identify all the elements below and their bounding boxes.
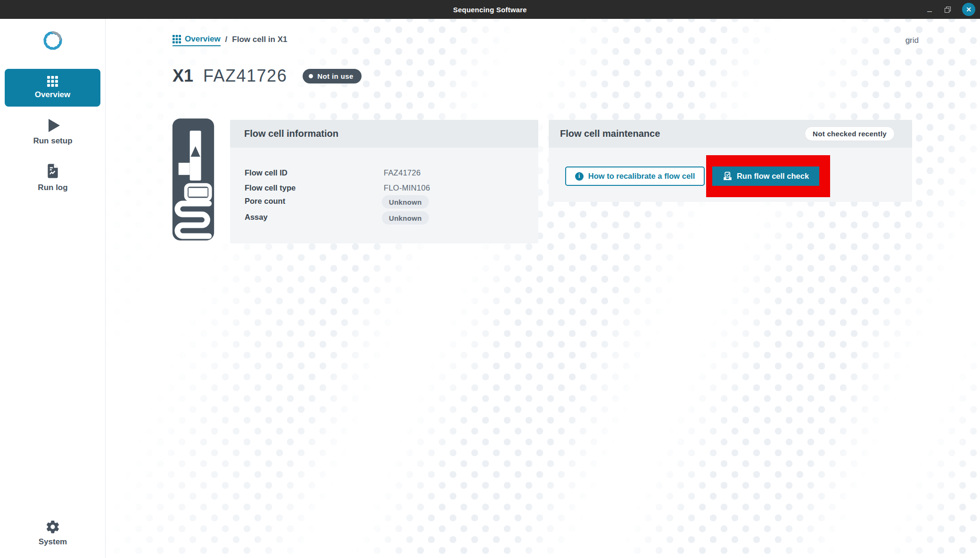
check-status-badge: Not checked recently — [805, 126, 895, 141]
sidebar-item-label: Overview — [35, 90, 71, 100]
page-header: X1 FAZ41726 Not in use — [173, 66, 362, 86]
position-label: X1 — [173, 66, 193, 86]
sidebar-item-label: System — [39, 537, 67, 547]
breadcrumb-root-label: Overview — [185, 34, 221, 44]
close-button[interactable]: ✕ — [962, 3, 975, 16]
grid-icon — [47, 76, 58, 87]
panel-title: Flow cell maintenance — [560, 128, 660, 139]
panel-header: Flow cell maintenance Not checked recent… — [549, 120, 912, 148]
info-row: Assay Unknown — [230, 211, 538, 225]
breadcrumb-separator: / — [225, 35, 228, 46]
info-row: Flow cell type FLO-MIN106 — [230, 182, 538, 195]
info-label: Assay — [245, 213, 268, 222]
run-flow-cell-check-button[interactable]: Run flow cell check — [712, 167, 819, 186]
flow-cell-id-heading: FAZ41726 — [203, 66, 287, 86]
sidebar-item-run-setup[interactable]: Run setup — [0, 119, 106, 146]
sidebar: Overview Run setup Run log System — [0, 19, 106, 558]
flow-cell-icon — [172, 117, 215, 242]
document-icon — [46, 163, 60, 179]
panel-title: Flow cell information — [244, 128, 338, 139]
minimize-button[interactable]: – — [926, 6, 933, 13]
sidebar-item-system[interactable]: System — [0, 519, 106, 547]
how-to-recalibrate-button[interactable]: i How to recalibrate a flow cell — [565, 167, 705, 186]
info-value: FAZ41726 — [384, 168, 421, 177]
app-logo-swirl-icon — [38, 25, 68, 56]
status-badge: Not in use — [303, 69, 362, 83]
panel-header: Flow cell information — [230, 120, 538, 148]
breadcrumb: Overview / Flow cell in X1 — [173, 34, 287, 46]
breadcrumb-overview-link[interactable]: Overview — [173, 34, 221, 46]
status-badge-label: Not in use — [317, 72, 354, 80]
sidebar-item-overview[interactable]: Overview — [5, 69, 100, 107]
restore-button[interactable] — [945, 7, 951, 13]
run-flow-cell-check-label: Run flow cell check — [737, 172, 809, 181]
app-window: Sequencing Software – ✕ — [0, 0, 980, 558]
gear-icon — [45, 519, 60, 534]
window-controls: – ✕ — [926, 0, 975, 19]
info-label: Pore count — [245, 197, 285, 206]
info-label: Flow cell type — [245, 183, 296, 192]
main-content: Overview / Flow cell in X1 grid X1 FAZ41… — [106, 19, 980, 558]
flow-cell-maintenance-panel: Flow cell maintenance Not checked recent… — [549, 120, 912, 202]
play-icon — [49, 119, 60, 132]
breadcrumb-current: Flow cell in X1 — [232, 35, 287, 46]
sidebar-item-run-log[interactable]: Run log — [0, 163, 106, 192]
sidebar-item-label: Run setup — [33, 136, 72, 146]
unknown-badge: Unknown — [382, 195, 429, 208]
checklist-tray-icon — [723, 171, 733, 181]
grid-icon — [173, 35, 181, 43]
unknown-badge: Unknown — [382, 211, 429, 225]
titlebar: Sequencing Software – ✕ — [0, 0, 980, 19]
flow-cell-information-panel: Flow cell information Flow cell ID FAZ41… — [230, 120, 538, 243]
info-value: FLO-MIN106 — [384, 183, 430, 192]
info-label: Flow cell ID — [245, 168, 288, 177]
window-title: Sequencing Software — [453, 6, 527, 14]
info-icon: i — [575, 172, 584, 181]
host-label: grid — [906, 36, 919, 45]
info-row: Flow cell ID FAZ41726 — [230, 167, 538, 180]
sidebar-item-label: Run log — [38, 183, 67, 192]
status-dot-icon — [309, 74, 313, 78]
info-row: Pore count Unknown — [230, 195, 538, 208]
how-to-recalibrate-label: How to recalibrate a flow cell — [588, 172, 695, 181]
red-highlight-annotation: Run flow cell check — [706, 155, 830, 197]
